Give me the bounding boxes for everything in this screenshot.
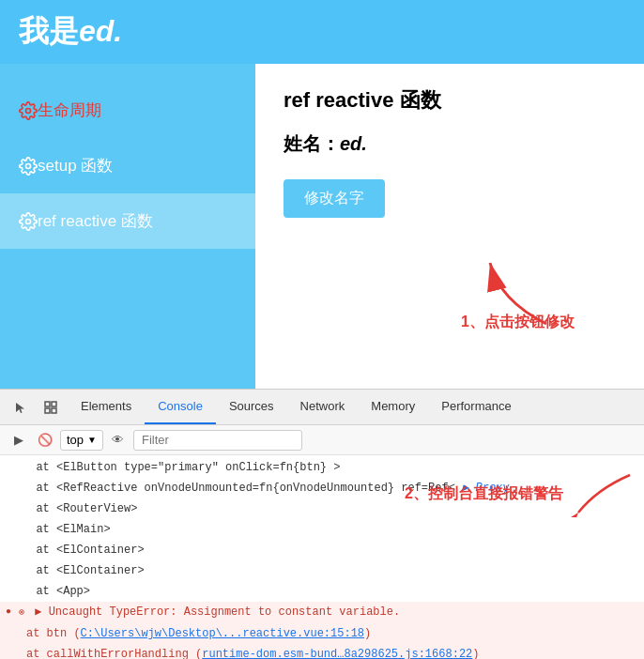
console-error-line: ● ⊗ ▶ Uncaught TypeError: Assignment to … [0,602,644,623]
context-selector[interactable]: top ▼ [60,430,103,451]
gear-icon-ref-reactive [19,212,38,231]
name-prefix: 姓名： [284,133,340,154]
filter-input[interactable] [133,430,302,451]
devtools-panel: Elements Console Sources Network Memory … [0,389,644,659]
eye-icon[interactable]: 👁 [107,429,130,452]
top-label: top [67,433,84,447]
annotation1-container: 1、点击按钮修改 [462,244,575,332]
console-line-6: at <ElContainer> [0,560,644,581]
block-icon[interactable]: 🚫 [34,429,56,452]
tab-console[interactable]: Console [145,390,216,424]
console-error-line3: at callWithErrorHandling (runtime-dom.es… [0,644,644,659]
svg-rect-5 [52,402,56,406]
sidebar-item-ref-reactive[interactable]: ref reactive 函数 [0,193,255,249]
console-line-7: at <App> [0,581,644,602]
sidebar-setup-label: setup 函数 [38,155,113,176]
sidebar-item-setup[interactable]: setup 函数 [0,138,255,193]
play-icon[interactable]: ▶ [8,429,30,452]
devtools-toolbar: ▶ 🚫 top ▼ 👁 [0,425,644,455]
sidebar-item-lifecycle[interactable]: 生命周期 [0,83,255,138]
svg-rect-6 [45,408,50,413]
console-line-3: at <RouterView> [0,498,644,519]
svg-point-2 [26,219,31,223]
console-line-2: at <RefReactive onVnodeUnmounted=fn{onVn… [0,478,644,498]
cursor-icon[interactable] [8,394,34,421]
gear-icon-lifecycle [19,101,38,120]
name-value: ed. [340,133,367,154]
svg-point-0 [26,108,31,113]
tab-sources[interactable]: Sources [216,390,287,424]
error-link-1[interactable]: C:\Users\wjw\Desktop\...reactive.vue:15:… [81,627,364,640]
content-area: ref reactive 函数 姓名：ed. 修改名字 1、点击按钮修改 [255,64,644,389]
tab-performance[interactable]: Performance [428,390,524,424]
annotation1-text: 1、点击按钮修改 [461,313,575,332]
devtools-tabs: Elements Console Sources Network Memory … [0,390,644,425]
svg-rect-7 [52,408,56,413]
title-prefix: 我是 [19,14,79,48]
inspect-icon[interactable] [38,394,64,421]
sidebar-lifecycle-label: 生命周期 [38,100,101,121]
console-error-line2: at btn (C:\Users\wjw\Desktop\...reactive… [0,623,644,644]
gear-icon-setup [19,157,38,176]
console-output: at <ElButton type="primary" onClick=fn{b… [0,455,644,659]
svg-point-1 [26,163,31,168]
error-text: Uncaught TypeError: Assignment to consta… [49,605,400,619]
tab-elements[interactable]: Elements [68,390,145,424]
app-title: 我是ed. [19,11,122,53]
tab-memory[interactable]: Memory [358,390,428,424]
title-italic: ed. [79,14,122,48]
sidebar: 生命周期 setup 函数 ref reactive 函数 [0,64,255,389]
error-icon: ⊗ [19,607,24,618]
name-display: 姓名：ed. [284,131,616,157]
modify-name-button[interactable]: 修改名字 [284,179,385,218]
sidebar-ref-reactive-label: ref reactive 函数 [38,210,153,232]
content-title: ref reactive 函数 [284,86,616,115]
dropdown-arrow: ▼ [87,435,97,445]
error-expand-icon: ● [6,604,11,621]
app-area: 生命周期 setup 函数 ref reactive 函数 ref reacti… [0,64,644,389]
tab-network[interactable]: Network [287,390,359,424]
error-link-2[interactable]: runtime-dom.esm-bund…8a298625.js:1668:22 [202,648,472,659]
console-line-5: at <ElContainer> [0,540,644,560]
top-banner: 我是ed. [0,0,644,64]
svg-rect-4 [45,402,50,406]
console-line-4: at <ElMain> [0,519,644,540]
